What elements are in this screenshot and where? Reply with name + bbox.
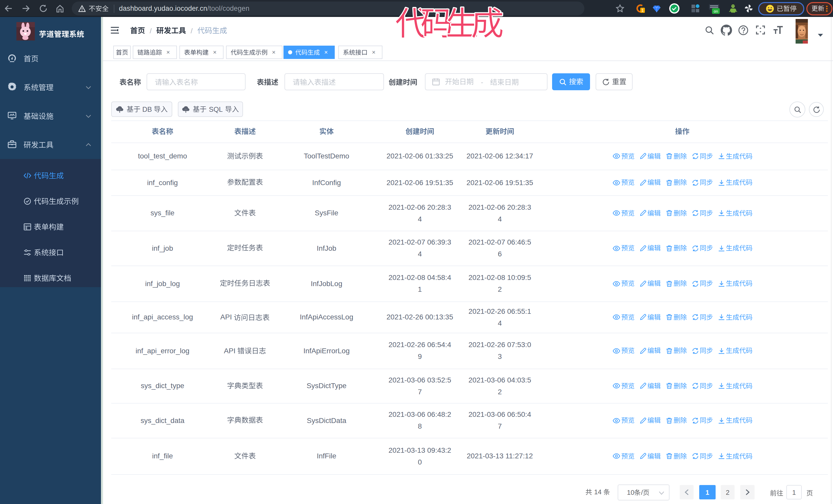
svg-text:1: 1: [641, 8, 644, 13]
svg-text:on: on: [714, 9, 718, 13]
